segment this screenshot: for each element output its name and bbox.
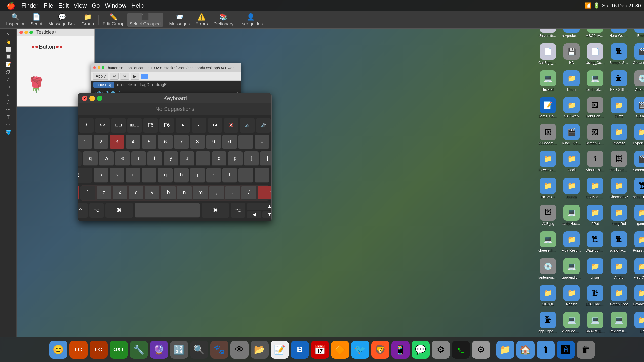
desktop-icon-hyperstudio[interactable]: 📁 HyperStudio	[632, 123, 644, 146]
key-slash[interactable]: /	[242, 186, 256, 200]
handler-dragd[interactable]: dragD	[138, 83, 149, 87]
desktop-icon-oxtwork[interactable]: 📁 OXT work	[561, 96, 582, 119]
key-v[interactable]: v	[145, 186, 159, 200]
button-widget-label[interactable]: Button	[39, 43, 55, 50]
desktop-icon-vinci[interactable]: 🎬 Vinci - Oper....mp4	[561, 123, 582, 146]
dock-oxt[interactable]: OXT	[110, 341, 128, 359]
key-b[interactable]: b	[161, 186, 176, 200]
dock-finder2[interactable]: 📂	[251, 341, 269, 359]
key-n[interactable]: n	[177, 186, 192, 200]
desktop-icon-vxb[interactable]: 🖼 VXB.jpg	[538, 204, 558, 227]
desktop-icon-pismo[interactable]: 📁 PISMO +	[538, 177, 558, 200]
select-grouped-button[interactable]: ⬛ Select Grouped	[127, 13, 163, 27]
dock-photosearch[interactable]: 🔍	[190, 341, 208, 359]
dock-sysprefs[interactable]: ⚙	[472, 341, 490, 359]
key-z[interactable]: z	[97, 186, 111, 200]
key-1[interactable]: 1	[78, 135, 92, 149]
menu-go[interactable]: Go	[89, 1, 102, 10]
key-d[interactable]: d	[126, 168, 140, 183]
key-shift-left[interactable]: ⇧	[78, 186, 79, 200]
key-9[interactable]: 9	[206, 135, 221, 149]
tool-select[interactable]: ⬜	[2, 46, 14, 53]
desktop-icon-snapweb[interactable]: 💻 SNAPWEBlivecode	[585, 311, 605, 334]
key-period[interactable]: .	[225, 186, 240, 200]
desktop-icon-webdocmaker[interactable]: 💻 WebDocMaker.livecode	[561, 311, 582, 334]
dock-vlc[interactable]: 🔶	[331, 341, 349, 359]
apple-menu[interactable]: 🍎	[3, 1, 19, 11]
desktop-icon-lantern[interactable]: 💿 lantern-installer.dmg	[538, 257, 558, 281]
desktop-icon-scripthackerzip[interactable]: 🗜 scriptHacker .livecode.zip	[609, 230, 629, 254]
key-rbracket[interactable]: ]	[260, 151, 272, 166]
key-cmd-right[interactable]: ⌘	[202, 203, 229, 218]
key-f[interactable]: f	[142, 168, 156, 183]
key-tab[interactable]: ⇥	[78, 151, 82, 166]
dock-home[interactable]: 🏠	[516, 341, 535, 359]
dock-brave[interactable]: 🦁	[371, 341, 389, 359]
desktop-icon-callsign[interactable]: 📄 CallSign_03 202023.pdf	[538, 42, 558, 66]
dock-unknown[interactable]: 🔮	[150, 341, 168, 359]
key-f6[interactable]: F6	[159, 118, 174, 133]
button-widget[interactable]: Button	[32, 43, 62, 50]
desktop-icon-crisps[interactable]: 📁 crisps	[585, 257, 605, 281]
dock-viber[interactable]: 📱	[391, 341, 410, 359]
redo-button[interactable]: ↪	[120, 73, 129, 80]
key-f5[interactable]: F5	[143, 118, 158, 133]
desktop-icon-viber[interactable]: 💿 Viber.dmg	[632, 69, 644, 93]
tool-paint[interactable]: ✏	[2, 121, 14, 128]
inspector-button[interactable]: 🔍 Inspector	[4, 13, 27, 27]
desktop-icon-webcatch[interactable]: 📁 web Catch	[632, 257, 644, 281]
key-r[interactable]: r	[131, 151, 146, 166]
desktop-icon-appunpat[interactable]: 🗜 app-unpat...d4.zip	[538, 311, 558, 334]
maximize-dot[interactable]	[29, 31, 33, 34]
dock-gimp[interactable]: 🐾	[210, 341, 228, 359]
menu-view[interactable]: View	[71, 1, 89, 10]
desktop-icon-flowergarden[interactable]: 📁 Flower Garden	[538, 150, 558, 173]
key-4[interactable]: 4	[126, 135, 140, 149]
desktop-icon-cecil[interactable]: 📁 Cecil	[561, 150, 582, 173]
desktop-icon-ace2015[interactable]: 🗜 ace2015...m bles...zip	[632, 177, 644, 200]
keyboard-close-button[interactable]: ✕	[82, 96, 87, 101]
selected-handler[interactable]: mouseUp	[93, 82, 114, 88]
errors-button[interactable]: ⚠️ Errors	[193, 13, 210, 27]
desktop-icon-hexatafl[interactable]: 💻 Hexatafl	[538, 69, 558, 93]
menu-file[interactable]: File	[41, 1, 56, 10]
key-brightness-down[interactable]: ☀	[79, 118, 94, 133]
desktop-icon-charcoalcy[interactable]: 📁 CharcoalCY	[609, 177, 629, 200]
desktop-icon-skoql[interactable]: 📁 SKOQL	[538, 284, 558, 307]
desktop-icon-emux[interactable]: 📁 Emux	[561, 69, 582, 93]
apply-button[interactable]: Apply	[93, 73, 108, 80]
dock-folder1[interactable]: 📁	[496, 341, 514, 359]
editor-minimize[interactable]	[98, 66, 100, 69]
key-prev[interactable]: ⏮	[176, 118, 190, 133]
key-t[interactable]: t	[147, 151, 162, 166]
key-a[interactable]: a	[94, 168, 108, 183]
desktop-icon-cheese[interactable]: 💻 cheese.livecode	[538, 230, 558, 254]
desktop-icon-ppat[interactable]: 📁 PPat	[585, 204, 605, 227]
key-playpause[interactable]: ⏯	[192, 118, 206, 133]
tool-field[interactable]: 📝	[2, 61, 14, 68]
keyboard-minimize-button[interactable]	[89, 96, 95, 101]
dictionary-button[interactable]: 📚 Dictionary	[211, 13, 235, 27]
key-cmd-left[interactable]: ⌘	[105, 203, 133, 218]
desktop-icon-ada[interactable]: 📁 Ada Resources	[561, 230, 582, 254]
tool-line[interactable]: ╱	[2, 76, 14, 83]
key-w[interactable]: w	[99, 151, 114, 166]
desktop-icon-screenshot[interactable]: 🖼 Screen Shot 2023...0.png	[585, 123, 605, 146]
key-space[interactable]	[135, 203, 200, 218]
key-equals[interactable]: =	[255, 135, 269, 149]
key-next[interactable]: ⏭	[208, 118, 222, 133]
run-button[interactable]: ▶	[131, 73, 139, 80]
desktop-icon-holdbaby[interactable]: 🖼 Hold-Baby-2.jpg	[585, 96, 605, 119]
desktop-icon-hd[interactable]: 💾 HD	[561, 42, 582, 66]
dock-livecode2[interactable]: LC	[90, 341, 108, 359]
tool-button[interactable]: 🔲	[2, 53, 14, 60]
key-5[interactable]: 5	[142, 135, 156, 149]
key-c[interactable]: c	[129, 186, 143, 200]
editor-maximize[interactable]	[102, 66, 104, 69]
key-launchpad[interactable]: ⊞⊞⊞	[127, 118, 142, 133]
menu-window[interactable]: Window	[102, 1, 129, 10]
key-ctrl[interactable]: ^	[78, 203, 88, 218]
key-i[interactable]: i	[196, 151, 210, 166]
tool-bucket[interactable]: 🪣	[2, 129, 14, 136]
tool-oval[interactable]: ○	[2, 91, 14, 98]
